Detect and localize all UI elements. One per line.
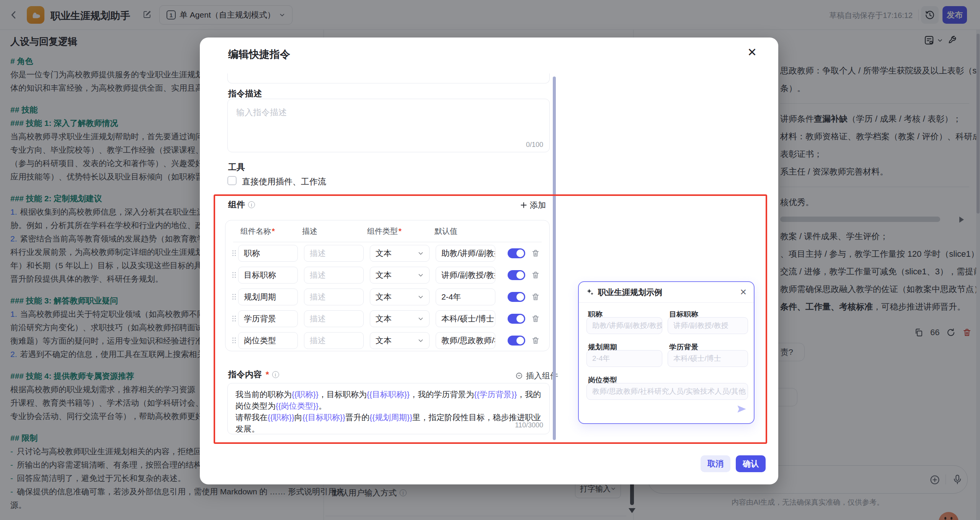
delete-row-icon[interactable] <box>531 336 540 345</box>
confirm-button[interactable]: 确认 <box>736 455 766 472</box>
example-field-input[interactable]: 教师/思政教师/社科研究人员/实验技术人员/其他 <box>586 383 748 400</box>
template-variable: {{职称}} <box>268 413 294 422</box>
component-type-select[interactable]: 文本 <box>370 310 430 327</box>
drag-handle-icon[interactable] <box>232 316 234 317</box>
scrolled-field-sliver <box>227 73 550 83</box>
template-variable: {{学历背景}} <box>474 390 517 399</box>
tools-label: 工具 <box>228 161 245 173</box>
template-text: 请帮我在 <box>235 413 268 422</box>
template-text: 。 <box>318 401 327 410</box>
chevron-down-icon <box>418 316 424 322</box>
component-row: 学历背景描述文本本科/硕士/博士 <box>225 308 549 329</box>
component-name-input[interactable]: 职称 <box>238 245 298 262</box>
app-screen: 职业生涯规划助手 1 单 Agent（自主规划模式） 草稿自动保存于17:16:… <box>0 0 980 520</box>
component-row: 规划周期描述文本2-4年 <box>225 286 549 308</box>
component-desc-input[interactable]: 描述 <box>304 245 364 262</box>
component-enabled-toggle[interactable] <box>508 292 525 302</box>
tools-checkbox-label: 直接使用插件、工作流 <box>242 176 326 187</box>
template-text: ，目标职称为 <box>318 390 367 399</box>
component-default-input[interactable]: 2-4年 <box>436 289 495 305</box>
component-enabled-toggle[interactable] <box>508 248 525 258</box>
column-header: 默认值 <box>434 226 496 236</box>
components-label: 组件 i <box>228 199 255 210</box>
content-char-count: 110/3000 <box>515 419 543 431</box>
template-variable: {{岗位类型}} <box>276 401 318 410</box>
column-header: 描述 <box>302 226 367 236</box>
column-header: 组件类型* <box>367 226 434 236</box>
description-placeholder: 输入指令描述 <box>236 107 287 118</box>
delete-row-icon[interactable] <box>531 249 540 258</box>
modal-scrollbar-thumb[interactable] <box>553 77 556 440</box>
drag-handle-icon[interactable] <box>232 250 234 251</box>
cancel-button[interactable]: 取消 <box>701 455 730 472</box>
component-desc-input[interactable]: 描述 <box>304 267 364 284</box>
description-char-count: 0/100 <box>526 141 543 149</box>
template-variable: {{目标职称}} <box>302 413 345 422</box>
add-component-button[interactable]: 添加 <box>520 200 550 210</box>
description-label: 指令描述 <box>228 88 262 99</box>
plus-icon <box>520 201 528 209</box>
modal-close-icon[interactable]: ✕ <box>747 46 757 59</box>
example-field-input[interactable]: 讲师/副教授/教授 <box>668 317 748 334</box>
drag-handle-icon[interactable] <box>232 337 234 339</box>
example-preview-card: 职业生涯规划示例 ✕ 职称助教/讲师/副教授/教授目标职称讲师/副教授/教授规划… <box>578 281 755 424</box>
component-name-input[interactable]: 岗位类型 <box>238 332 298 349</box>
component-desc-input[interactable]: 描述 <box>304 310 364 327</box>
component-type-select[interactable]: 文本 <box>370 332 430 349</box>
chevron-down-icon <box>418 337 424 344</box>
insert-component-icon <box>515 372 523 380</box>
chevron-down-icon <box>418 272 424 278</box>
component-name-input[interactable]: 学历背景 <box>238 310 298 327</box>
template-text: 我当前的职称为 <box>235 390 292 399</box>
component-name-input[interactable]: 规划周期 <box>238 289 298 305</box>
example-field-input[interactable]: 本科/硕士/博士 <box>668 350 748 367</box>
sparkles-icon <box>586 288 594 297</box>
tools-checkbox[interactable] <box>227 176 237 185</box>
content-label: 指令内容* i <box>228 369 279 380</box>
example-card-title: 职业生涯规划示例 <box>598 287 662 298</box>
description-textarea[interactable]: 输入指令描述 0/100 <box>227 99 550 152</box>
content-textarea[interactable]: 我当前的职称为{{职称}}，目标职称为{{目标职称}}，我的学历背景为{{学历背… <box>227 383 550 434</box>
edit-quick-command-modal: 编辑快捷指令 ✕ 指令描述 输入指令描述 0/100 工具 直接使用插件、工作流… <box>200 37 778 484</box>
component-type-select[interactable]: 文本 <box>370 289 430 305</box>
send-icon[interactable] <box>736 404 747 414</box>
delete-row-icon[interactable] <box>531 315 540 323</box>
component-enabled-toggle[interactable] <box>508 336 525 346</box>
component-default-input[interactable]: 讲师/副教授/教授 <box>436 267 495 284</box>
delete-row-icon[interactable] <box>531 293 540 301</box>
chevron-down-icon <box>418 294 424 300</box>
delete-row-icon[interactable] <box>531 271 540 279</box>
component-name-input[interactable]: 目标职称 <box>238 267 298 284</box>
component-enabled-toggle[interactable] <box>508 270 525 280</box>
example-field-input[interactable]: 2-4年 <box>586 350 662 367</box>
example-field-input[interactable]: 助教/讲师/副教授/教授 <box>586 317 662 334</box>
template-text: ，我的学历背景为 <box>410 390 474 399</box>
column-header: 组件名称* <box>231 226 302 236</box>
info-icon: i <box>248 201 255 208</box>
drag-handle-icon[interactable] <box>232 272 234 273</box>
template-variable: {{规划周期}} <box>369 413 412 422</box>
component-enabled-toggle[interactable] <box>508 314 525 324</box>
insert-component-button[interactable]: 插入组件 <box>515 370 558 381</box>
component-desc-input[interactable]: 描述 <box>304 332 364 349</box>
component-row: 职称描述文本助教/讲师/副教授 <box>225 242 549 264</box>
component-desc-input[interactable]: 描述 <box>304 289 364 305</box>
component-default-input[interactable]: 教师/思政教师/社 <box>436 332 495 349</box>
component-row: 目标职称描述文本讲师/副教授/教授 <box>225 264 549 286</box>
template-variable: {{目标职称}} <box>367 390 410 399</box>
components-table-header: 组件名称*描述组件类型*默认值 <box>225 220 549 242</box>
components-table: 组件名称*描述组件类型*默认值 职称描述文本助教/讲师/副教授目标职称描述文本讲… <box>225 220 550 351</box>
drag-handle-icon[interactable] <box>232 294 234 295</box>
template-variable: {{职称}} <box>292 390 318 399</box>
info-icon: i <box>272 371 279 378</box>
template-text: 晋升的 <box>345 413 369 422</box>
modal-title: 编辑快捷指令 <box>228 47 290 61</box>
component-default-input[interactable]: 本科/硕士/博士 <box>436 310 495 327</box>
example-card-close-icon[interactable]: ✕ <box>740 287 747 297</box>
component-type-select[interactable]: 文本 <box>370 245 430 262</box>
chevron-down-icon <box>418 250 424 256</box>
component-default-input[interactable]: 助教/讲师/副教授 <box>436 245 495 262</box>
component-row: 岗位类型描述文本教师/思政教师/社 <box>225 329 549 351</box>
component-type-select[interactable]: 文本 <box>370 267 430 284</box>
template-text: 向 <box>294 413 302 422</box>
